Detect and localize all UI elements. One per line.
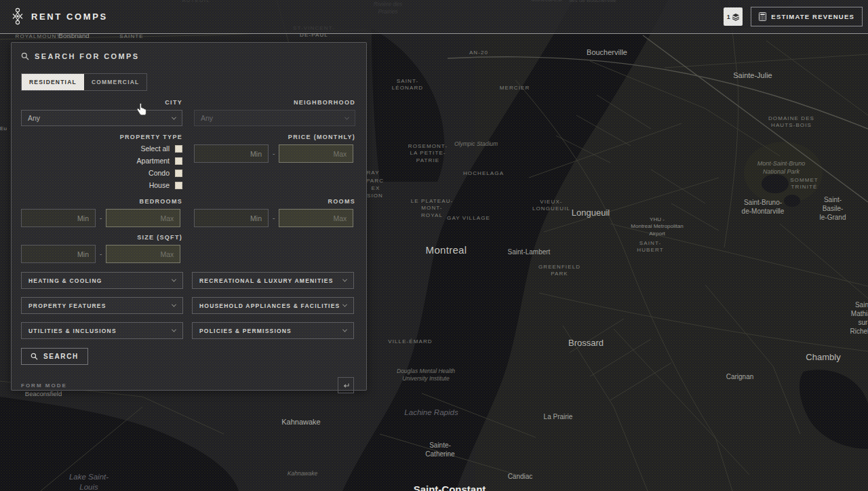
app-title: RENT COMPS xyxy=(31,12,108,22)
chevron-down-icon xyxy=(172,115,176,119)
estimate-revenues-button[interactable]: ESTIMATE REVENUES xyxy=(751,7,863,26)
rooms-max-input[interactable] xyxy=(279,209,353,227)
accordion-section[interactable]: UTILITIES & INCLUSIONS xyxy=(21,322,183,339)
range-dash: - xyxy=(273,214,275,222)
checkbox[interactable] xyxy=(175,157,182,165)
size-field: SIZE (SQFT) - xyxy=(21,234,182,263)
rooms-label: ROOMS xyxy=(194,198,355,205)
size-label: SIZE (SQFT) xyxy=(21,234,182,241)
checkbox[interactable] xyxy=(175,145,182,153)
range-dash: - xyxy=(100,250,102,258)
panel-title: SEARCH FOR COMPS xyxy=(21,52,354,60)
city-field: CITY Any xyxy=(21,99,182,126)
city-select[interactable]: Any xyxy=(21,110,182,126)
search-button[interactable]: SEARCH xyxy=(21,348,88,365)
chevron-down-icon xyxy=(342,328,347,332)
search-icon xyxy=(31,353,38,360)
neighborhood-select: Any xyxy=(194,110,355,126)
panel-footer: FORM MODE xyxy=(21,377,354,393)
estimate-revenues-label: ESTIMATE REVENUES xyxy=(771,13,854,20)
accordion-section[interactable]: PROPERTY FEATURES xyxy=(21,297,183,314)
property-type-label: PROPERTY TYPE xyxy=(21,134,182,140)
layers-icon xyxy=(732,13,740,21)
category-tab[interactable]: COMMERCIAL xyxy=(84,74,147,90)
rooms-field: ROOMS - xyxy=(194,198,355,227)
price-min-input[interactable] xyxy=(194,144,269,163)
property-type-option[interactable]: House xyxy=(149,181,182,189)
size-max-input[interactable] xyxy=(106,245,180,263)
category-tab[interactable]: RESIDENTIAL xyxy=(22,74,84,90)
rent-comps-logo-icon xyxy=(11,7,24,26)
range-dash: - xyxy=(100,214,102,222)
property-type-option[interactable]: Select all xyxy=(140,144,182,153)
layers-count: 1 xyxy=(727,14,730,20)
search-button-label: SEARCH xyxy=(43,353,79,360)
property-type-options: Select all Apartment Condo House xyxy=(21,144,182,189)
checkbox[interactable] xyxy=(175,170,182,177)
top-bar: RENT COMPS 1 ESTIMATE REVENUES xyxy=(0,0,868,34)
bedrooms-min-input[interactable] xyxy=(21,209,96,227)
property-type-option[interactable]: Condo xyxy=(149,169,182,177)
filter-accordions: HEATING & COOLING RECREATIONAL & LUXURY … xyxy=(21,272,354,339)
neighborhood-label: NEIGHBORHOOD xyxy=(194,99,355,106)
range-dash: - xyxy=(273,150,275,157)
search-icon xyxy=(21,52,29,60)
accordion-section[interactable]: HOUSEHOLD APPLIANCES & FACILITIES xyxy=(192,297,354,314)
bedrooms-max-input[interactable] xyxy=(106,209,180,227)
app-window: AUTEUILRivière des PrairiesMontréal-EstÎ… xyxy=(0,0,868,491)
neighborhood-field: NEIGHBORHOOD Any xyxy=(194,99,355,126)
chevron-down-icon xyxy=(342,302,347,307)
chevron-down-icon xyxy=(172,277,176,282)
layers-button[interactable]: 1 xyxy=(724,7,743,26)
accordion-section[interactable]: RECREATIONAL & LUXURY AMENITIES xyxy=(192,272,354,289)
search-for-comps-panel: SEARCH FOR COMPS RESIDENTIALCOMMERCIAL C… xyxy=(11,42,367,391)
calculator-icon xyxy=(759,12,766,21)
neighborhood-select-value: Any xyxy=(201,114,213,122)
property-type-option[interactable]: Apartment xyxy=(137,157,182,165)
panel-title-text: SEARCH FOR COMPS xyxy=(35,52,140,60)
header-actions: 1 ESTIMATE REVENUES xyxy=(724,7,863,26)
price-field: PRICE (MONTHLY) - xyxy=(194,134,355,189)
size-min-input[interactable] xyxy=(21,245,96,263)
form-mode-toggle-button[interactable] xyxy=(338,377,354,393)
price-label: PRICE (MONTHLY) xyxy=(194,134,355,140)
bedrooms-label: BEDROOMS xyxy=(21,198,182,205)
form-mode-label: FORM MODE xyxy=(21,382,67,389)
accordion-section[interactable]: HEATING & COOLING xyxy=(21,272,183,289)
property-category-tabs: RESIDENTIALCOMMERCIAL xyxy=(21,73,147,91)
checkbox[interactable] xyxy=(175,182,182,189)
brand: RENT COMPS xyxy=(11,7,108,26)
city-label: CITY xyxy=(21,99,182,106)
accordion-section[interactable]: POLICIES & PERMISSIONS xyxy=(192,322,354,339)
map-park xyxy=(744,142,823,204)
city-select-value: Any xyxy=(28,114,40,122)
price-max-input[interactable] xyxy=(279,144,353,163)
return-arrow-icon xyxy=(342,382,350,389)
bedrooms-field: BEDROOMS - xyxy=(21,198,182,227)
chevron-down-icon xyxy=(342,277,347,282)
rooms-min-input[interactable] xyxy=(194,209,269,227)
chevron-down-icon xyxy=(344,115,349,119)
property-type-field: PROPERTY TYPE Select all Apartment Condo xyxy=(21,134,182,189)
chevron-down-icon xyxy=(172,328,176,332)
chevron-down-icon xyxy=(172,302,176,307)
